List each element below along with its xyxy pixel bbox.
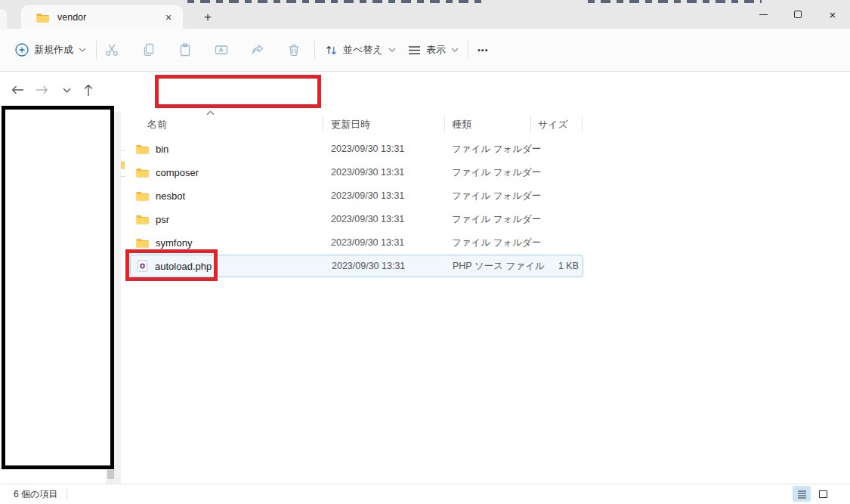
file-name: psr: [156, 214, 169, 225]
close-button[interactable]: ×: [815, 0, 850, 29]
sidebar-scrollbar-thumb[interactable]: [107, 470, 114, 479]
file-name: symfony: [156, 237, 192, 249]
arrow-up-icon: [84, 84, 93, 97]
forward-button[interactable]: [30, 79, 53, 100]
view-list-icon: [408, 45, 421, 56]
rename-button[interactable]: [207, 39, 236, 60]
file-size: 1 KB: [530, 261, 579, 271]
column-header-modified[interactable]: 更新日時: [331, 118, 370, 131]
chevron-down-icon: [63, 88, 71, 93]
file-name: composer: [156, 167, 199, 178]
view-button-label: 表示: [426, 43, 446, 57]
details-view-button[interactable]: [793, 486, 811, 502]
paste-button[interactable]: [171, 39, 199, 60]
file-row-psr[interactable]: psr 2023/09/30 13:31 ファイル フォルダー: [130, 208, 583, 230]
sort-button[interactable]: 並べ替え: [325, 29, 396, 71]
items-count: 6 個の項目: [14, 488, 57, 501]
file-name: bin: [156, 144, 168, 155]
folder-icon: [136, 167, 149, 178]
tab-vendor[interactable]: vendor ×: [21, 5, 183, 29]
folder-icon: [136, 144, 149, 154]
file-list: 名前 更新日時 種類 サイズ bin 2023/09/30 13:31 ファイル…: [125, 112, 850, 484]
maximize-button[interactable]: [780, 0, 815, 29]
folder-icon: [136, 190, 149, 201]
column-divider[interactable]: [530, 115, 531, 133]
background-artifact: [588, 0, 762, 3]
toolbar-divider: [96, 41, 97, 59]
file-type: ファイル フォルダー: [452, 190, 541, 203]
cut-icon: [104, 42, 119, 57]
sort-ascending-icon: [206, 110, 215, 116]
plus-circle-icon: [15, 43, 29, 57]
toolbar-divider: [314, 41, 315, 59]
cut-button[interactable]: [97, 39, 126, 60]
tab-title: vendor: [57, 12, 162, 23]
chevron-down-icon: [451, 48, 459, 52]
sort-button-label: 並べ替え: [343, 43, 383, 57]
back-button[interactable]: [6, 79, 29, 100]
column-divider[interactable]: [444, 115, 445, 133]
background-tab-fragment: [0, 9, 7, 29]
view-button[interactable]: 表示: [408, 29, 459, 71]
file-row-autoload-php[interactable]: autoload.php 2023/09/30 13:31 PHP ソース ファ…: [130, 255, 583, 277]
tab-close-icon[interactable]: ×: [162, 11, 175, 24]
command-bar: 新規作成: [0, 29, 850, 72]
php-file-icon: [137, 260, 148, 272]
file-row-nesbot[interactable]: nesbot 2023/09/30 13:31 ファイル フォルダー: [130, 184, 583, 207]
file-modified: 2023/09/30 13:31: [331, 190, 404, 201]
minimize-icon: [759, 14, 768, 15]
recent-locations-button[interactable]: [55, 79, 78, 100]
chevron-down-icon: [388, 48, 396, 52]
column-header-type[interactable]: 種類: [452, 118, 471, 131]
file-type: ファイル フォルダー: [452, 237, 541, 249]
view-toggles: [793, 486, 832, 502]
column-divider[interactable]: [323, 115, 323, 133]
trash-icon: [286, 42, 301, 57]
new-tab-button[interactable]: +: [198, 8, 218, 27]
sort-icon: [325, 44, 338, 57]
folder-icon: [36, 12, 49, 23]
file-type: ファイル フォルダー: [452, 166, 541, 179]
column-header-row: 名前 更新日時 種類 サイズ: [125, 112, 850, 136]
up-button[interactable]: [77, 79, 100, 100]
file-name: autoload.php: [155, 261, 212, 272]
file-row-bin[interactable]: bin 2023/09/30 13:31 ファイル フォルダー: [130, 138, 583, 160]
title-bar: vendor × + ×: [0, 0, 850, 29]
folder-icon: [136, 237, 149, 248]
more-options-button[interactable]: •••: [478, 29, 489, 71]
file-row-symfony[interactable]: symfony 2023/09/30 13:31 ファイル フォルダー: [130, 231, 583, 254]
status-divider: [66, 489, 67, 499]
file-modified: 2023/09/30 13:31: [331, 144, 404, 154]
arrow-left-icon: [11, 85, 24, 94]
file-modified: 2023/09/30 13:31: [332, 261, 405, 271]
chevron-down-icon: [79, 48, 86, 52]
file-name: nesbot: [156, 190, 185, 202]
column-header-size[interactable]: サイズ: [538, 118, 568, 131]
arrow-right-icon: [36, 85, 48, 94]
status-bar: 6 個の項目: [0, 484, 850, 504]
close-icon: ×: [830, 9, 836, 20]
details-view-icon: [797, 490, 807, 499]
icons-view-icon: [819, 490, 827, 498]
file-type: ファイル フォルダー: [452, 143, 541, 156]
icons-view-button[interactable]: [814, 486, 832, 502]
maximize-icon: [794, 11, 802, 18]
column-divider[interactable]: [582, 115, 583, 133]
address-row: › PC › Windows (C:) › xampp › vendor: [0, 72, 850, 112]
file-row-composer[interactable]: composer 2023/09/30 13:31 ファイル フォルダー: [130, 161, 583, 184]
share-icon: [250, 42, 265, 57]
copy-button[interactable]: [134, 39, 163, 60]
folder-icon: [136, 214, 149, 224]
file-modified: 2023/09/30 13:31: [331, 237, 404, 248]
paste-icon: [178, 42, 193, 57]
delete-button[interactable]: [280, 39, 308, 60]
column-header-name[interactable]: 名前: [147, 118, 167, 131]
redaction-overlay: [2, 106, 114, 469]
background-artifact: [187, 0, 486, 3]
minimize-button[interactable]: [746, 0, 780, 29]
file-modified: 2023/09/30 13:31: [331, 214, 404, 224]
share-button[interactable]: [243, 39, 272, 60]
new-button[interactable]: 新規作成: [15, 29, 86, 71]
rename-icon: [214, 42, 229, 57]
file-modified: 2023/09/30 13:31: [331, 167, 404, 178]
